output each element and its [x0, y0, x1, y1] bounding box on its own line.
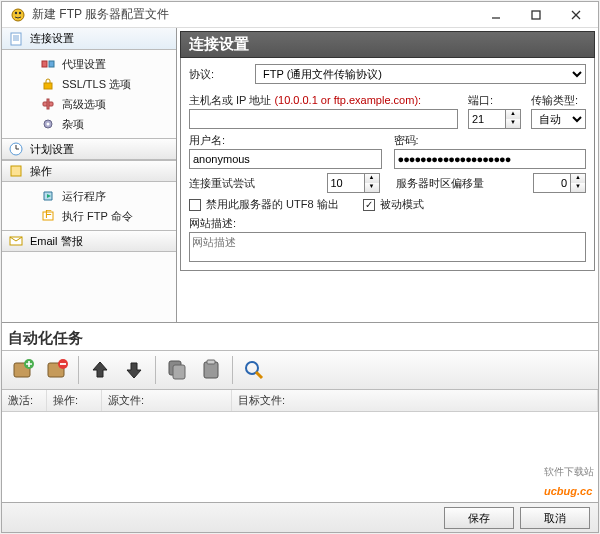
sidebar-item-advanced[interactable]: 高级选项 [2, 94, 176, 114]
sidebar-item-label: 杂项 [62, 117, 84, 132]
save-button[interactable]: 保存 [444, 507, 514, 529]
svg-point-0 [12, 9, 24, 21]
checkbox-icon [189, 199, 201, 211]
actions-icon [8, 163, 24, 179]
sitedesc-textarea[interactable] [189, 232, 586, 262]
titlebar: 新建 FTP 服务器配置文件 [2, 2, 598, 28]
window-title: 新建 FTP 服务器配置文件 [32, 6, 476, 23]
move-down-button[interactable] [118, 354, 150, 386]
sitedesc-label: 网站描述: [189, 216, 586, 231]
move-up-button[interactable] [84, 354, 116, 386]
sidebar-item-proxy[interactable]: 代理设置 [2, 54, 176, 74]
document-icon [8, 31, 24, 47]
automation-grid-header: 激活: 操作: 源文件: 目标文件: [2, 390, 598, 412]
protocol-label: 协议: [189, 67, 249, 82]
utf8-checkbox[interactable]: 禁用此服务器的 UTF8 输出 [189, 197, 339, 212]
protocol-select[interactable]: FTP (通用文件传输协议) [255, 64, 586, 84]
host-input[interactable] [189, 109, 458, 129]
port-down[interactable]: ▼ [506, 119, 520, 128]
col-active[interactable]: 激活: [2, 390, 47, 411]
svg-text:F: F [45, 209, 52, 220]
minimize-button[interactable] [476, 3, 516, 27]
tz-up[interactable]: ▲ [571, 174, 585, 183]
svg-point-2 [19, 11, 21, 13]
retry-input[interactable] [327, 173, 365, 193]
sidebar-tab-connection[interactable]: 连接设置 [2, 28, 176, 50]
command-icon: F [40, 208, 56, 224]
tz-down[interactable]: ▼ [571, 183, 585, 192]
content-panel: 连接设置 协议: FTP (通用文件传输协议) 主机名或 IP 地址 (10.0… [177, 28, 598, 322]
app-icon [10, 7, 26, 23]
sidebar-item-label: 高级选项 [62, 97, 106, 112]
dialog-footer: 保存 取消 [2, 502, 598, 532]
sidebar-tab-email[interactable]: Email 警报 [2, 230, 176, 252]
remove-task-button[interactable] [41, 354, 73, 386]
retry-down[interactable]: ▼ [365, 183, 379, 192]
svg-rect-11 [42, 61, 47, 67]
sidebar-label: 操作 [30, 164, 52, 179]
sidebar-item-misc[interactable]: 杂项 [2, 114, 176, 134]
lock-icon [40, 76, 56, 92]
tz-label: 服务器时区偏移量 [390, 176, 524, 191]
col-source[interactable]: 源文件: [102, 390, 232, 411]
password-input[interactable] [394, 149, 587, 169]
sidebar-item-ftpcmd[interactable]: F 执行 FTP 命令 [2, 206, 176, 226]
user-label: 用户名: [189, 133, 382, 148]
sidebar-item-label: 运行程序 [62, 189, 106, 204]
copy-button[interactable] [161, 354, 193, 386]
retry-up[interactable]: ▲ [365, 174, 379, 183]
dialog-window: 新建 FTP 服务器配置文件 连接设置 代理设置 [1, 1, 599, 533]
tools-icon [40, 96, 56, 112]
sidebar-item-label: 执行 FTP 命令 [62, 209, 133, 224]
proxy-icon [40, 56, 56, 72]
tz-input[interactable] [533, 173, 571, 193]
host-label: 主机名或 IP 地址 (10.0.0.1 or ftp.example.com)… [189, 93, 458, 108]
run-icon [40, 188, 56, 204]
section-title: 连接设置 [180, 31, 595, 58]
svg-rect-15 [47, 99, 49, 109]
automation-title: 自动化任务 [2, 323, 598, 350]
automation-toolbar [2, 350, 598, 390]
add-task-button[interactable] [7, 354, 39, 386]
automation-panel: 自动化任务 激活: 操作: 源文件: 目标文件: [2, 323, 598, 502]
sidebar-item-ssl[interactable]: SSL/TLS 选项 [2, 74, 176, 94]
mail-icon [8, 233, 24, 249]
connection-form: 协议: FTP (通用文件传输协议) 主机名或 IP 地址 (10.0.0.1 … [180, 58, 595, 271]
username-input[interactable] [189, 149, 382, 169]
svg-rect-4 [532, 11, 540, 19]
sidebar-tab-schedule[interactable]: 计划设置 [2, 138, 176, 160]
sidebar-label: 连接设置 [30, 31, 74, 46]
sidebar-tab-actions[interactable]: 操作 [2, 160, 176, 182]
close-button[interactable] [556, 3, 596, 27]
svg-line-34 [256, 372, 262, 378]
sidebar-label: 计划设置 [30, 142, 74, 157]
port-input[interactable] [468, 109, 506, 129]
search-button[interactable] [238, 354, 270, 386]
col-action[interactable]: 操作: [47, 390, 102, 411]
svg-rect-21 [11, 166, 21, 176]
svg-rect-7 [11, 33, 21, 45]
clock-icon [8, 141, 24, 157]
svg-point-1 [15, 11, 17, 13]
svg-rect-32 [207, 360, 215, 364]
col-target[interactable]: 目标文件: [232, 390, 598, 411]
sidebar: 连接设置 代理设置 SSL/TLS 选项 高级选项 [2, 28, 177, 322]
cancel-button[interactable]: 取消 [520, 507, 590, 529]
pass-label: 密码: [394, 133, 587, 148]
port-label: 端口: [468, 93, 521, 108]
svg-rect-30 [173, 365, 185, 379]
passive-checkbox[interactable]: 被动模式 [363, 197, 424, 212]
maximize-button[interactable] [516, 3, 556, 27]
transfer-label: 传输类型: [531, 93, 586, 108]
port-up[interactable]: ▲ [506, 110, 520, 119]
paste-button[interactable] [195, 354, 227, 386]
sidebar-item-label: SSL/TLS 选项 [62, 77, 131, 92]
sidebar-item-run[interactable]: 运行程序 [2, 186, 176, 206]
svg-rect-13 [44, 83, 52, 89]
transfer-select[interactable]: 自动 [531, 109, 586, 129]
svg-rect-12 [49, 61, 54, 67]
retry-label: 连接重试尝试 [189, 176, 317, 191]
automation-grid[interactable] [2, 412, 598, 502]
svg-point-17 [47, 123, 50, 126]
checkbox-icon [363, 199, 375, 211]
